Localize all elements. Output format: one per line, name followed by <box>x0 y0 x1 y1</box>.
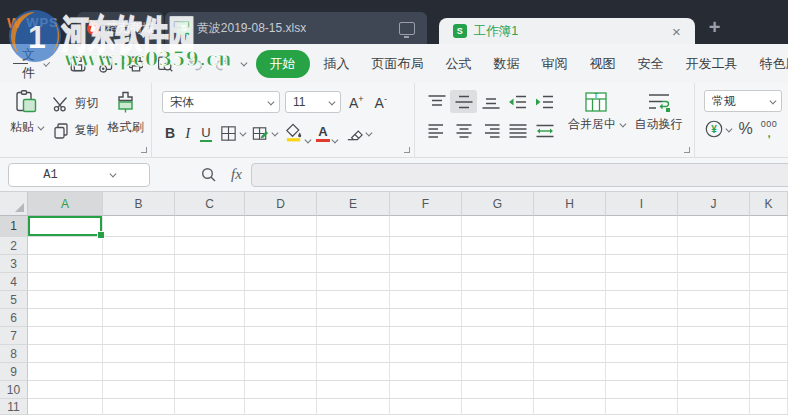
cell-H7[interactable] <box>534 327 606 345</box>
cell-F4[interactable] <box>390 273 462 291</box>
cell-G4[interactable] <box>462 273 534 291</box>
cell-K11[interactable] <box>750 399 788 415</box>
cell-D5[interactable] <box>245 291 317 309</box>
cell-D8[interactable] <box>245 345 317 363</box>
fill-color-button[interactable] <box>281 121 313 145</box>
increase-indent-button[interactable] <box>531 90 558 113</box>
font-name-combo[interactable]: 宋体 <box>162 91 280 113</box>
cell-C8[interactable] <box>175 345 245 363</box>
draw-border-button[interactable] <box>248 121 280 145</box>
close-tab-icon[interactable]: × <box>672 24 681 39</box>
cell-I5[interactable] <box>606 291 678 309</box>
cell-J5[interactable] <box>678 291 750 309</box>
italic-button[interactable]: I <box>179 121 196 145</box>
cell-H11[interactable] <box>534 399 606 415</box>
select-all-corner[interactable] <box>0 192 28 216</box>
cell-K10[interactable] <box>750 381 788 399</box>
cell-G5[interactable] <box>462 291 534 309</box>
cell-E1[interactable] <box>317 216 390 237</box>
cut-button[interactable]: 剪切 <box>52 93 99 114</box>
wrap-text-button[interactable]: 自动换行 <box>635 90 683 157</box>
menu-tab-active[interactable]: 开始 <box>256 50 310 78</box>
cell-F10[interactable] <box>390 381 462 399</box>
formula-input[interactable] <box>251 163 788 187</box>
cell-E11[interactable] <box>317 399 390 415</box>
align-right-button[interactable] <box>477 119 504 142</box>
column-header-B[interactable]: B <box>103 192 175 216</box>
cell-A11[interactable] <box>28 399 103 415</box>
cell-F8[interactable] <box>390 345 462 363</box>
cell-J4[interactable] <box>678 273 750 291</box>
wps-logo[interactable]: W WPS <box>0 0 59 44</box>
cell-F2[interactable] <box>390 237 462 255</box>
cell-A5[interactable] <box>28 291 103 309</box>
menu-tab-item[interactable]: 开发工具 <box>675 50 749 78</box>
cell-H8[interactable] <box>534 345 606 363</box>
cell-H10[interactable] <box>534 381 606 399</box>
underline-button[interactable]: U <box>197 121 214 145</box>
column-header-G[interactable]: G <box>462 192 534 216</box>
cell-G3[interactable] <box>462 255 534 273</box>
number-format-combo[interactable]: 常规 <box>704 90 782 112</box>
justify-button[interactable] <box>504 119 531 142</box>
cell-E4[interactable] <box>317 273 390 291</box>
cell-D7[interactable] <box>245 327 317 345</box>
cell-G10[interactable] <box>462 381 534 399</box>
cell-C11[interactable] <box>175 399 245 415</box>
menu-tab-item[interactable]: 特色应用 <box>749 50 788 78</box>
cell-E6[interactable] <box>317 309 390 327</box>
tab-xlsx-file[interactable]: S 黄波2019-08-15.xlsx <box>164 12 427 44</box>
cell-I4[interactable] <box>606 273 678 291</box>
column-header-K[interactable]: K <box>750 192 788 216</box>
font-size-combo[interactable]: 11 <box>285 91 341 113</box>
row-header-4[interactable]: 4 <box>0 273 28 291</box>
cell-H4[interactable] <box>534 273 606 291</box>
cell-J8[interactable] <box>678 345 750 363</box>
cell-C2[interactable] <box>175 237 245 255</box>
cell-C9[interactable] <box>175 363 245 381</box>
borders-button[interactable] <box>216 121 248 145</box>
cell-J10[interactable] <box>678 381 750 399</box>
save-button[interactable] <box>67 53 89 75</box>
cell-K4[interactable] <box>750 273 788 291</box>
decrease-indent-button[interactable] <box>504 90 531 113</box>
cell-H3[interactable] <box>534 255 606 273</box>
row-header-7[interactable]: 7 <box>0 327 28 345</box>
cell-C4[interactable] <box>175 273 245 291</box>
cell-I2[interactable] <box>606 237 678 255</box>
cell-G11[interactable] <box>462 399 534 415</box>
cell-K5[interactable] <box>750 291 788 309</box>
align-left-button[interactable] <box>423 119 450 142</box>
distributed-align-button[interactable] <box>531 119 558 142</box>
cell-E5[interactable] <box>317 291 390 309</box>
cell-K1[interactable] <box>750 216 788 237</box>
clear-format-button[interactable] <box>341 121 374 145</box>
column-header-C[interactable]: C <box>175 192 245 216</box>
cell-I9[interactable] <box>606 363 678 381</box>
align-middle-button[interactable] <box>450 90 477 113</box>
cell-C5[interactable] <box>175 291 245 309</box>
cell-K6[interactable] <box>750 309 788 327</box>
column-header-J[interactable]: J <box>678 192 750 216</box>
tab-workbook1-active[interactable]: S 工作簿1 × <box>439 18 695 44</box>
cell-I1[interactable] <box>606 216 678 237</box>
quick-access-dropdown-icon[interactable] <box>241 60 247 66</box>
cell-H5[interactable] <box>534 291 606 309</box>
cell-A2[interactable] <box>28 237 103 255</box>
column-header-A[interactable]: A <box>28 192 103 216</box>
search-icon[interactable] <box>200 166 218 184</box>
cell-G1[interactable] <box>462 216 534 237</box>
cell-I8[interactable] <box>606 345 678 363</box>
menu-tab-item[interactable]: 视图 <box>579 50 627 78</box>
cell-F6[interactable] <box>390 309 462 327</box>
menu-tab-item[interactable]: 数据 <box>483 50 531 78</box>
cell-C7[interactable] <box>175 327 245 345</box>
row-header-8[interactable]: 8 <box>0 345 28 363</box>
cell-J1[interactable] <box>678 216 750 237</box>
cell-J3[interactable] <box>678 255 750 273</box>
decrease-font-button[interactable]: A- <box>372 90 390 114</box>
cell-B9[interactable] <box>103 363 175 381</box>
tab-docer-mall[interactable]: 稻壳商城 <box>77 12 164 44</box>
cell-J7[interactable] <box>678 327 750 345</box>
cell-B5[interactable] <box>103 291 175 309</box>
